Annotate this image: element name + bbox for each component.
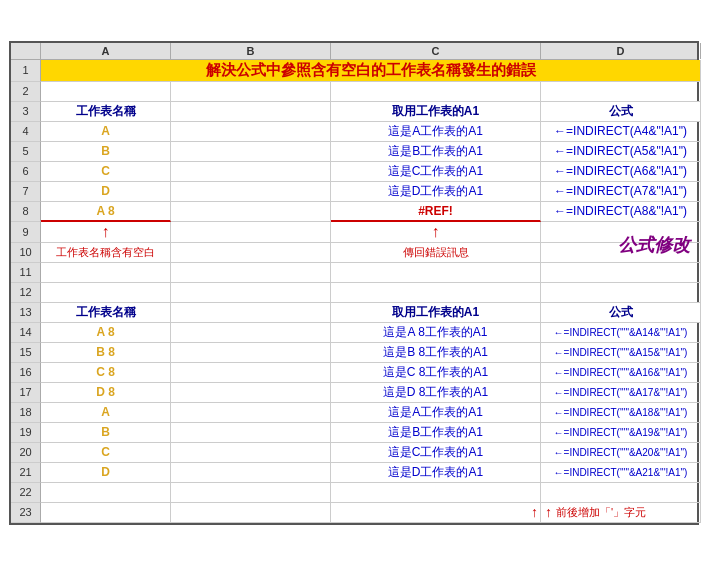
r23-a [41,503,171,523]
r10-a-annot: 工作表名稱含有空白 [41,243,171,263]
row-13-num: 13 [11,303,41,323]
r14-c: 這是A 8工作表的A1 [331,323,541,343]
r7-a: D [41,182,171,202]
r4-d: ←=INDIRECT(A4&"!A1") [541,122,701,142]
r7-d: ←=INDIRECT(A7&"!A1") [541,182,701,202]
row-7-num: 7 [11,182,41,202]
r14-d: ←=INDIRECT("'"&A14&"'!A1") [541,323,701,343]
row-16-num: 16 [11,363,41,383]
col-header-a: A [41,43,171,59]
col-header-c: C [331,43,541,59]
r21-a: D [41,463,171,483]
r14-b [171,323,331,343]
r8-c: #REF! [331,202,541,222]
title-cell: 解決公式中參照含有空白的工作表名稱發生的錯誤 [41,60,701,82]
row-12-num: 12 [11,283,41,303]
r11-b [171,263,331,283]
r9-b [171,222,331,243]
r20-a: C [41,443,171,463]
r23-c: ↑ [331,503,541,523]
r18-a: A [41,403,171,423]
r23-d: ↑ 前後增加「'」字元 [541,503,701,523]
row-11-num: 11 [11,263,41,283]
r15-c: 這是B 8工作表的A1 [331,343,541,363]
row-4-num: 4 [11,122,41,142]
r13-c: 取用工作表的A1 [331,303,541,323]
r15-d: ←=INDIRECT("'"&A15&"'!A1") [541,343,701,363]
r2-c [331,82,541,102]
r5-a: B [41,142,171,162]
row-10-num: 10 [11,243,41,263]
row-1-num: 1 [11,60,41,82]
r12-d [541,283,701,303]
r19-d: ←=INDIRECT("'"&A19&"'!A1") [541,423,701,443]
r19-c: 這是B工作表的A1 [331,423,541,443]
r18-d: ←=INDIRECT("'"&A18&"'!A1") [541,403,701,423]
r6-c: 這是C工作表的A1 [331,162,541,182]
row-8-num: 8 [11,202,41,222]
r10-c-annot: 傳回錯誤訊息 [331,243,541,263]
r7-c: 這是D工作表的A1 [331,182,541,202]
r17-b [171,383,331,403]
r22-c [331,483,541,503]
r22-a [41,483,171,503]
arrow-up-left: ↑ [531,504,538,520]
r23-b [171,503,331,523]
r20-d: ←=INDIRECT("'"&A20&"'!A1") [541,443,701,463]
r10-b [171,243,331,263]
r15-b [171,343,331,363]
r8-d: ←=INDIRECT(A8&"!A1") [541,202,701,222]
r17-d: ←=INDIRECT("'"&A17&"'!A1") [541,383,701,403]
r2-a [41,82,171,102]
r18-b [171,403,331,423]
r12-a [41,283,171,303]
r4-c: 這是A工作表的A1 [331,122,541,142]
spreadsheet: A B C D 1 解決公式中參照含有空白的工作表名稱發生的錯誤 2 3 工作表… [9,41,699,525]
r16-c: 這是C 8工作表的A1 [331,363,541,383]
r21-d: ←=INDIRECT("'"&A21&"'!A1") [541,463,701,483]
row-18-num: 18 [11,403,41,423]
col-header-d: D [541,43,701,59]
r2-b [171,82,331,102]
r9-c: ↑ [331,222,541,243]
r21-c: 這是D工作表的A1 [331,463,541,483]
r16-a: C 8 [41,363,171,383]
arrow-up-a8: ↑ [102,223,110,241]
row-21-num: 21 [11,463,41,483]
r3-d: 公式 [541,102,701,122]
row-2-num: 2 [11,82,41,102]
arrow-up-right: ↑ [545,504,552,520]
r7-b [171,182,331,202]
r8-b [171,202,331,222]
r12-c [331,283,541,303]
r5-b [171,142,331,162]
r22-b [171,483,331,503]
r17-c: 這是D 8工作表的A1 [331,383,541,403]
r6-b [171,162,331,182]
grid: 1 解決公式中參照含有空白的工作表名稱發生的錯誤 2 3 工作表名稱 取用工作表… [11,60,697,523]
r10-d: 公式修改 [541,243,701,263]
r11-a [41,263,171,283]
r5-d: ←=INDIRECT(A5&"!A1") [541,142,701,162]
row-23-num: 23 [11,503,41,523]
r3-c: 取用工作表的A1 [331,102,541,122]
arrow-up-ref: ↑ [432,223,440,241]
r9-a: ↑ [41,222,171,243]
r14-a: A 8 [41,323,171,343]
row-6-num: 6 [11,162,41,182]
r12-b [171,283,331,303]
r21-b [171,463,331,483]
r19-b [171,423,331,443]
r3-a: 工作表名稱 [41,102,171,122]
row-19-num: 19 [11,423,41,443]
r19-a: B [41,423,171,443]
r18-c: 這是A工作表的A1 [331,403,541,423]
r23-d-annot: 前後增加「'」字元 [556,505,646,520]
formula-modify-text: 公式修改 [618,233,690,257]
r20-c: 這是C工作表的A1 [331,443,541,463]
row-5-num: 5 [11,142,41,162]
column-headers: A B C D [11,43,697,60]
r22-d [541,483,701,503]
row-9-num: 9 [11,222,41,243]
r5-c: 這是B工作表的A1 [331,142,541,162]
